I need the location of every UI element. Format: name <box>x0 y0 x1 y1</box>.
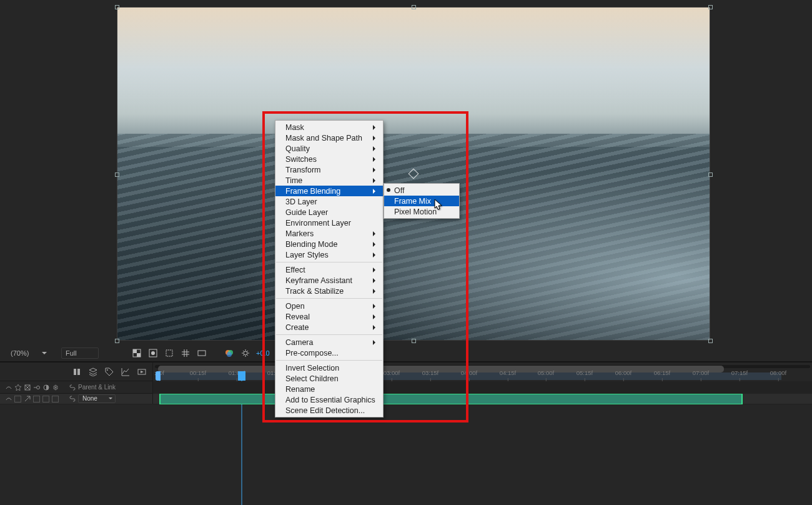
context-menu-item-environment-layer[interactable]: Environment Layer <box>275 218 383 228</box>
track-header-spacer <box>153 381 812 394</box>
context-menu-item-time[interactable]: Time <box>275 175 383 186</box>
exposure-icon[interactable] <box>240 348 251 359</box>
selection-handle-mr[interactable] <box>708 172 713 177</box>
context-menu-item-frame-blending[interactable]: Frame Blending <box>275 186 383 196</box>
fx-icon[interactable] <box>14 384 21 391</box>
context-menu-item-select-children[interactable]: Select Children <box>275 373 383 384</box>
switches-header: Parent & Link <box>0 381 153 393</box>
render-icon[interactable] <box>136 366 147 378</box>
context-menu-item-rename[interactable]: Rename <box>275 384 383 394</box>
graph-icon[interactable] <box>120 366 131 378</box>
context-menu-item-add-to-essential-graphics[interactable]: Add to Essential Graphics <box>275 394 383 405</box>
color-management-icon[interactable] <box>224 348 235 359</box>
context-menu-item-guide-layer[interactable]: Guide Layer <box>275 207 383 218</box>
parent-select[interactable]: None <box>78 394 116 403</box>
roi-icon[interactable] <box>164 348 175 359</box>
context-menu-separator <box>276 298 382 299</box>
svg-rect-2 <box>137 353 141 357</box>
radio-checked-icon <box>387 188 390 192</box>
adjustment-icon[interactable] <box>42 384 49 391</box>
layer-switch-2[interactable] <box>33 396 40 402</box>
selection-handle-tl[interactable] <box>115 5 119 9</box>
grid-icon[interactable] <box>180 348 191 359</box>
layer-clip[interactable] <box>159 394 743 404</box>
svg-point-4 <box>151 351 155 355</box>
context-menu-item-layer-styles[interactable]: Layer Styles <box>275 249 383 260</box>
3d-icon[interactable] <box>52 384 59 391</box>
resolution-select[interactable]: Full <box>61 348 99 359</box>
timeline-ruler[interactable]: :00f00:15f01:00f01:15f02:00f02:15f03:00f… <box>153 362 812 381</box>
ruler-tick: 05:00f <box>538 369 554 376</box>
context-menu-item-camera[interactable]: Camera <box>275 337 383 348</box>
context-menu-item-transform[interactable]: Transform <box>275 164 383 175</box>
context-menu-item-switches[interactable]: Switches <box>275 154 383 164</box>
context-menu-item-track-stabilize[interactable]: Track & Stabilize <box>275 286 383 296</box>
ruler-tick: 04:15f <box>500 369 516 376</box>
link-icon[interactable] <box>69 384 76 391</box>
ruler-tick: 07:00f <box>693 369 709 376</box>
context-menu-item-invert-selection[interactable]: Invert Selection <box>275 362 383 373</box>
layer-switch-1[interactable] <box>14 396 21 402</box>
selection-handle-bl[interactable] <box>115 339 119 343</box>
context-menu-item-effect[interactable]: Effect <box>275 264 383 275</box>
context-menu-item-markers[interactable]: Markers <box>275 228 383 239</box>
chevron-down-icon[interactable] <box>41 350 47 356</box>
preview-footer: (70%) Full +0.0 <box>0 344 812 361</box>
exposure-value[interactable]: +0.0 <box>256 349 270 357</box>
context-menu[interactable]: MaskMask and Shape PathQualitySwitchesTr… <box>275 120 384 418</box>
selection-handle-tr[interactable] <box>708 5 713 9</box>
timeline-columns-header: Parent & Link <box>0 381 812 394</box>
context-menu-item-pre-compose[interactable]: Pre-compose... <box>275 348 383 358</box>
ruler-tick: 08:00f <box>770 369 786 376</box>
ruler-tick: 00:15f <box>190 369 206 376</box>
motion-blur-icon[interactable] <box>33 384 40 391</box>
context-submenu-item-off[interactable]: Off <box>384 185 459 196</box>
context-submenu-frame-blending[interactable]: OffFrame MixPixel Motion <box>384 183 460 219</box>
guides-icon[interactable] <box>196 348 207 359</box>
context-submenu-item-frame-mix[interactable]: Frame Mix <box>384 196 459 206</box>
timeline-split-icon[interactable] <box>71 366 82 378</box>
composition-viewer <box>0 0 812 361</box>
layer-row[interactable]: None <box>0 394 812 404</box>
context-menu-item-keyframe-assistant[interactable]: Keyframe Assistant <box>275 275 383 286</box>
svg-point-18 <box>36 386 39 389</box>
selection-handle-bc[interactable] <box>412 339 416 343</box>
context-menu-item-create[interactable]: Create <box>275 322 383 332</box>
layer-switch-3[interactable] <box>42 396 49 402</box>
ruler-tick: 03:15f <box>422 369 438 376</box>
timeline-header-left <box>0 362 153 381</box>
playhead[interactable] <box>238 371 245 381</box>
work-area-start[interactable] <box>156 371 161 381</box>
selection-handle-ml[interactable] <box>115 172 119 177</box>
svg-point-9 <box>227 352 232 357</box>
context-menu-item-quality[interactable]: Quality <box>275 143 383 154</box>
layer-link-icon[interactable] <box>69 396 76 402</box>
context-menu-item-scene-edit-detection[interactable]: Scene Edit Detection... <box>275 405 383 416</box>
layers-icon[interactable] <box>87 366 99 378</box>
shy-icon[interactable] <box>5 384 12 391</box>
layer-switch-4[interactable] <box>52 396 59 402</box>
context-menu-item-mask-and-shape-path[interactable]: Mask and Shape Path <box>275 132 383 143</box>
layer-shy-switch[interactable] <box>5 396 12 402</box>
transparency-grid-icon[interactable] <box>131 348 142 359</box>
zoom-slider-track[interactable] <box>155 365 810 368</box>
frame-blend-icon[interactable] <box>24 384 31 391</box>
mask-toggle-icon[interactable] <box>147 348 159 359</box>
context-menu-item-blending-mode[interactable]: Blending Mode <box>275 239 383 249</box>
context-menu-separator <box>276 334 382 335</box>
tag-icon[interactable] <box>104 366 115 378</box>
context-menu-item-3d-layer[interactable]: 3D Layer <box>275 196 383 207</box>
ruler-tick: 07:15f <box>731 369 748 376</box>
context-menu-item-mask[interactable]: Mask <box>275 122 383 132</box>
selection-handle-tc[interactable] <box>412 5 416 9</box>
ruler-ticks: :00f00:15f01:00f01:15f02:00f02:15f03:00f… <box>153 369 812 381</box>
context-menu-item-reveal[interactable]: Reveal <box>275 311 383 322</box>
context-menu-item-open[interactable]: Open <box>275 301 383 311</box>
layer-row-switches: None <box>0 394 153 404</box>
layer-fx-switch[interactable] <box>24 396 31 402</box>
selection-handle-br[interactable] <box>708 339 713 343</box>
context-submenu-item-pixel-motion[interactable]: Pixel Motion <box>384 206 459 217</box>
svg-rect-1 <box>133 349 137 353</box>
timeline-header: :00f00:15f01:00f01:15f02:00f02:15f03:00f… <box>0 362 812 381</box>
zoom-level[interactable]: (70%) <box>6 348 36 359</box>
